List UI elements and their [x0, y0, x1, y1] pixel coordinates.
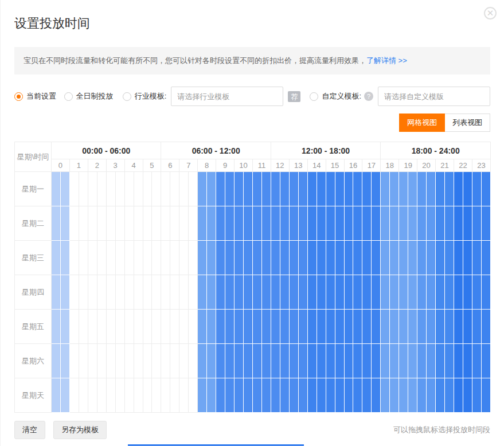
schedule-cell[interactable] — [417, 310, 427, 344]
schedule-cell[interactable] — [427, 172, 436, 206]
schedule-cell[interactable] — [436, 275, 445, 310]
schedule-cell[interactable] — [472, 206, 481, 241]
schedule-cell[interactable] — [390, 241, 399, 275]
schedule-cell[interactable] — [280, 275, 289, 310]
schedule-cell[interactable] — [79, 172, 88, 206]
schedule-cell[interactable] — [326, 172, 335, 206]
schedule-cell[interactable] — [326, 206, 335, 241]
schedule-cell[interactable] — [97, 241, 106, 275]
schedule-cell[interactable] — [189, 172, 198, 206]
schedule-cell[interactable] — [60, 241, 69, 275]
schedule-cell[interactable] — [79, 310, 88, 344]
schedule-cell[interactable] — [454, 378, 463, 413]
schedule-cell[interactable] — [444, 310, 454, 344]
schedule-cell[interactable] — [198, 206, 207, 241]
schedule-cell[interactable] — [52, 378, 61, 413]
schedule-cell[interactable] — [124, 344, 134, 378]
save-as-template-button[interactable]: 另存为模板 — [53, 421, 107, 439]
schedule-cell[interactable] — [472, 275, 481, 310]
schedule-cell[interactable] — [353, 275, 362, 310]
schedule-cell[interactable] — [289, 378, 298, 413]
schedule-cell[interactable] — [463, 241, 472, 275]
schedule-cell[interactable] — [372, 172, 381, 206]
schedule-cell[interactable] — [335, 344, 344, 378]
schedule-cell[interactable] — [179, 344, 189, 378]
schedule-cell[interactable] — [362, 206, 372, 241]
schedule-cell[interactable] — [353, 206, 362, 241]
schedule-cell[interactable] — [335, 241, 344, 275]
schedule-cell[interactable] — [372, 275, 381, 310]
schedule-cell[interactable] — [289, 241, 298, 275]
schedule-cell[interactable] — [189, 206, 198, 241]
schedule-cell[interactable] — [134, 310, 143, 344]
schedule-cell[interactable] — [481, 275, 490, 310]
schedule-cell[interactable] — [353, 310, 362, 344]
schedule-cell[interactable] — [143, 378, 152, 413]
schedule-cell[interactable] — [170, 275, 179, 310]
schedule-cell[interactable] — [69, 344, 79, 378]
schedule-cell[interactable] — [69, 378, 79, 413]
schedule-cell[interactable] — [225, 172, 235, 206]
schedule-cell[interactable] — [134, 172, 143, 206]
schedule-cell[interactable] — [106, 310, 115, 344]
schedule-cell[interactable] — [235, 344, 244, 378]
schedule-cell[interactable] — [115, 241, 124, 275]
schedule-cell[interactable] — [417, 344, 427, 378]
schedule-cell[interactable] — [52, 310, 61, 344]
schedule-cell[interactable] — [408, 275, 417, 310]
schedule-cell[interactable] — [79, 241, 88, 275]
schedule-cell[interactable] — [69, 310, 79, 344]
schedule-cell[interactable] — [161, 172, 170, 206]
schedule-cell[interactable] — [170, 310, 179, 344]
schedule-cell[interactable] — [463, 206, 472, 241]
help-question-icon[interactable]: ? — [364, 92, 373, 101]
schedule-cell[interactable] — [390, 275, 399, 310]
schedule-cell[interactable] — [481, 241, 490, 275]
schedule-cell[interactable] — [152, 241, 161, 275]
schedule-cell[interactable] — [261, 172, 271, 206]
schedule-cell[interactable] — [225, 206, 235, 241]
schedule-cell[interactable] — [161, 275, 170, 310]
schedule-cell[interactable] — [261, 206, 271, 241]
schedule-cell[interactable] — [481, 378, 490, 413]
schedule-cell[interactable] — [353, 241, 362, 275]
schedule-cell[interactable] — [88, 275, 97, 310]
schedule-cell[interactable] — [124, 241, 134, 275]
radio-allday[interactable]: 全日制投放 — [64, 91, 114, 101]
schedule-cell[interactable] — [216, 344, 225, 378]
schedule-cell[interactable] — [335, 378, 344, 413]
schedule-cell[interactable] — [106, 241, 115, 275]
schedule-cell[interactable] — [436, 344, 445, 378]
schedule-cell[interactable] — [143, 172, 152, 206]
schedule-cell[interactable] — [326, 310, 335, 344]
schedule-cell[interactable] — [317, 310, 326, 344]
schedule-cell[interactable] — [307, 344, 317, 378]
custom-template-input[interactable] — [378, 87, 490, 106]
schedule-cell[interactable] — [225, 378, 235, 413]
schedule-cell[interactable] — [235, 378, 244, 413]
schedule-cell[interactable] — [216, 172, 225, 206]
schedule-cell[interactable] — [134, 206, 143, 241]
schedule-cell[interactable] — [244, 378, 253, 413]
schedule-cell[interactable] — [280, 206, 289, 241]
grid-view-button[interactable]: 网格视图 — [399, 114, 445, 132]
schedule-cell[interactable] — [134, 241, 143, 275]
schedule-cell[interactable] — [362, 241, 372, 275]
schedule-cell[interactable] — [353, 172, 362, 206]
schedule-cell[interactable] — [79, 344, 88, 378]
schedule-cell[interactable] — [69, 206, 79, 241]
schedule-cell[interactable] — [317, 172, 326, 206]
industry-template-input[interactable] — [171, 87, 283, 106]
schedule-cell[interactable] — [225, 241, 235, 275]
schedule-cell[interactable] — [381, 241, 390, 275]
schedule-cell[interactable] — [207, 206, 216, 241]
schedule-cell[interactable] — [252, 378, 261, 413]
schedule-cell[interactable] — [399, 241, 408, 275]
schedule-cell[interactable] — [381, 172, 390, 206]
schedule-cell[interactable] — [372, 344, 381, 378]
schedule-cell[interactable] — [189, 378, 198, 413]
schedule-cell[interactable] — [152, 275, 161, 310]
schedule-cell[interactable] — [427, 206, 436, 241]
schedule-cell[interactable] — [463, 172, 472, 206]
schedule-cell[interactable] — [335, 206, 344, 241]
